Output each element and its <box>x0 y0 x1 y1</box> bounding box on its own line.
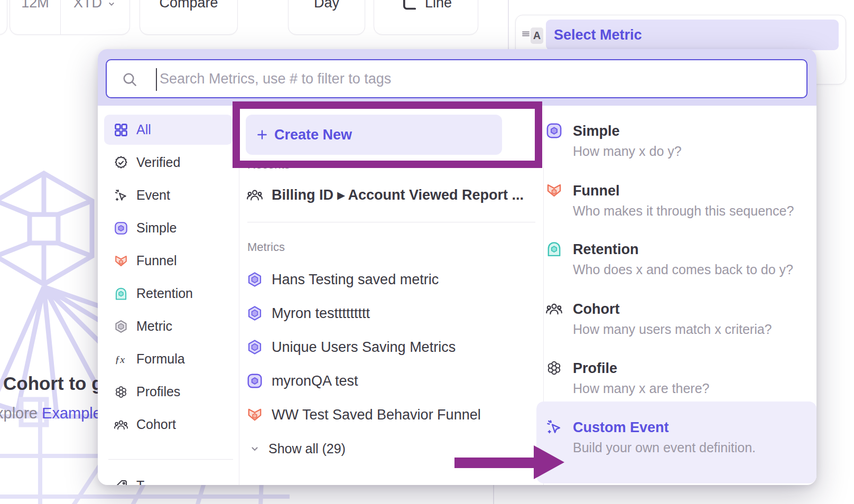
line-chart-icon <box>400 0 418 13</box>
category-label: Cohort <box>136 417 176 432</box>
date-range-segmented-control: 12M XTD <box>10 0 130 35</box>
empty-state-heading: Cohort to ge <box>3 373 113 394</box>
category-all[interactable]: All <box>104 115 233 145</box>
cohort-icon <box>545 300 563 318</box>
chart-type-line-label: Line <box>425 0 452 11</box>
metric-item-label: Unique Users Saving Metrics <box>272 339 456 356</box>
query-row-badge: A <box>531 27 543 44</box>
category-simple[interactable]: Simple <box>98 213 239 243</box>
formula-icon: ƒx <box>114 352 128 367</box>
category-formula[interactable]: ƒx Formula <box>98 344 239 374</box>
metric-type-profile[interactable]: Profile How many x are there? <box>545 359 810 397</box>
compare-button[interactable]: Compare <box>140 0 238 35</box>
metric-list-item[interactable]: Unique Users Saving Metrics <box>246 339 456 356</box>
profiles-icon <box>114 385 128 399</box>
range-xtd-button[interactable]: XTD <box>61 0 129 34</box>
sidebar-divider <box>239 106 239 485</box>
category-label: Metric <box>136 319 172 334</box>
interval-day-label: Day <box>314 0 339 11</box>
category-label: Event <box>136 188 170 203</box>
category-verified[interactable]: Verified <box>98 147 239 178</box>
chevron-down-icon <box>248 443 261 455</box>
show-all-button[interactable]: Show all (29) <box>248 441 346 456</box>
category-label: Funnel <box>136 253 177 268</box>
select-metric-modal: All Verified Event Simple Funnel Retenti… <box>98 49 816 485</box>
category-label: Retention <box>136 286 193 301</box>
explore-prefix: xplore <box>0 405 42 422</box>
plus-icon <box>255 128 269 142</box>
recent-item[interactable]: Billing ID ▸ Account Viewed Report ... <box>246 186 524 203</box>
funnel-icon <box>114 254 128 268</box>
retention-icon <box>114 286 128 301</box>
example-link[interactable]: Example <box>42 405 101 422</box>
profiles-icon <box>545 359 563 377</box>
saved-metric-icon <box>246 305 263 322</box>
panel-divider-bottom <box>493 485 494 504</box>
show-all-label: Show all (29) <box>268 441 346 456</box>
metric-type-custom-event[interactable]: Custom Event Build your own event defini… <box>545 418 810 456</box>
metric-list-item[interactable]: Hans Testing saved metric <box>246 271 439 288</box>
interval-day-button[interactable]: Day <box>288 0 365 35</box>
funnel-icon <box>545 182 563 199</box>
category-label: All <box>136 122 151 137</box>
recent-item-label: Billing ID ▸ Account Viewed Report ... <box>272 186 524 203</box>
category-retention[interactable]: Retention <box>98 278 239 309</box>
category-profiles[interactable]: Profiles <box>98 377 239 407</box>
metric-type-funnel[interactable]: Funnel Who makes it through this sequenc… <box>545 181 810 220</box>
recents-divider <box>247 222 535 222</box>
chart-type-line-button[interactable]: Line <box>374 0 478 35</box>
drag-handle-icon[interactable] <box>521 29 531 39</box>
metric-type-cohort[interactable]: Cohort How many users match x criteria? <box>545 300 810 338</box>
metric-type-description: How many users match x criteria? <box>573 321 772 338</box>
category-cohort[interactable]: Cohort <box>98 409 239 440</box>
metric-list-item[interactable]: myronQA test <box>246 372 358 389</box>
category-label: Verified <box>136 155 180 170</box>
category-label: Profiles <box>136 384 180 399</box>
category-label: Formula <box>136 351 185 367</box>
metric-hexagon-icon <box>114 319 128 334</box>
range-12m-label: 12M <box>21 0 49 11</box>
recents-heading: Recents <box>247 158 290 172</box>
select-metric-button[interactable]: Select Metric <box>546 20 839 50</box>
metric-type-description: Build your own event definition. <box>573 439 756 456</box>
metric-item-label: WW Test Saved Behavior Funnel <box>272 407 481 423</box>
category-tags-clipped[interactable]: T <box>98 471 239 485</box>
search-input[interactable] <box>107 60 806 97</box>
range-12m-button[interactable]: 12M <box>10 0 61 34</box>
metric-type-title: Profile <box>573 359 709 378</box>
search-icon <box>122 71 138 88</box>
category-event[interactable]: Event <box>98 180 239 210</box>
metric-type-description: How many x do y? <box>573 143 682 160</box>
metric-type-title: Funnel <box>573 181 794 200</box>
metrics-heading: Metrics <box>247 240 285 254</box>
text-cursor <box>156 68 157 91</box>
metric-type-title: Custom Event <box>573 418 756 437</box>
create-new-button[interactable]: Create New <box>246 115 502 155</box>
search-box <box>106 59 807 98</box>
metric-list-item[interactable]: Myron testtttttttt <box>246 305 370 322</box>
compare-label: Compare <box>159 0 218 11</box>
metric-list-item[interactable]: WW Test Saved Behavior Funnel <box>246 406 481 423</box>
category-funnel[interactable]: Funnel <box>98 246 239 276</box>
metric-type-description: Who makes it through this sequence? <box>573 202 794 220</box>
range-xtd-label: XTD <box>73 0 102 11</box>
metric-item-label: myronQA test <box>272 373 358 389</box>
metric-type-title: Retention <box>573 240 793 259</box>
metric-type-retention[interactable]: Retention Who does x and comes back to d… <box>545 240 810 278</box>
cutoff-button[interactable] <box>0 0 7 35</box>
metric-type-simple[interactable]: Simple How many x do y? <box>545 122 810 160</box>
verified-badge-icon <box>114 155 128 170</box>
retention-icon <box>545 240 563 258</box>
create-new-label: Create New <box>274 127 352 143</box>
simple-metric-icon <box>246 372 263 389</box>
grid-icon <box>114 123 128 137</box>
simple-metric-icon <box>545 122 563 139</box>
funnel-icon <box>246 406 263 423</box>
category-metric[interactable]: Metric <box>98 311 239 341</box>
saved-metric-icon <box>246 271 263 288</box>
metric-item-label: Hans Testing saved metric <box>272 272 439 288</box>
tag-icon <box>114 479 128 486</box>
cohort-icon <box>246 186 263 203</box>
event-cursor-icon <box>114 188 128 203</box>
category-label: T <box>136 478 144 485</box>
